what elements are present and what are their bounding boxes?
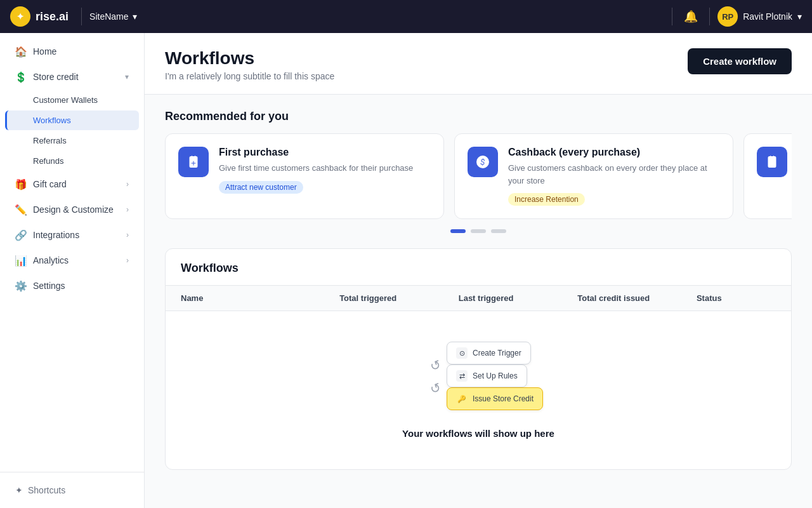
sidebar-item-settings[interactable]: ⚙️ Settings (5, 274, 139, 298)
sidebar-nav: 🏠 Home 💲 Store credit ▾ Customer Wallets… (0, 33, 144, 472)
col-status: Status (697, 293, 776, 303)
carousel-dots (165, 229, 792, 233)
sidebar-item-refunds[interactable]: Refunds (5, 151, 139, 171)
home-icon: 🏠 (15, 46, 27, 57)
card-content-cashback: Cashback (every purchase) Give customers… (508, 147, 720, 206)
integrations-icon: 🔗 (15, 229, 27, 241)
sub-nav-label: Workflows (33, 116, 71, 125)
empty-state: ⊙ Create Trigger ↺ ⇄ Set Up Rules ↺ 🔑 (166, 311, 791, 469)
sidebar-item-gift-card[interactable]: 🎁 Gift card › (5, 172, 139, 196)
chevron-right-icon: › (126, 205, 129, 214)
user-name: Ravit Plotnik (743, 11, 792, 22)
store-credit-icon: 💲 (15, 71, 27, 83)
card-icon-partial (757, 147, 787, 177)
recommended-section-title: Recommended for you (165, 110, 792, 123)
arrow-icon: ↺ (428, 358, 443, 374)
wf-card-credit: 🔑 Issue Store Credit (447, 387, 543, 410)
sidebar-footer: ✦ Shortcuts (0, 472, 144, 508)
layout: 🏠 Home 💲 Store credit ▾ Customer Wallets… (0, 33, 812, 508)
col-name: Name (181, 293, 339, 303)
wf-card-rules: ⇄ Set Up Rules (447, 364, 527, 387)
content-area: Recommended for you First purchase Give … (145, 95, 812, 485)
sidebar-item-referrals[interactable]: Referrals (5, 131, 139, 150)
page-header: Workflows I'm a relatively long subtitle… (145, 33, 812, 95)
notifications-bell-icon[interactable]: 🔔 (680, 6, 702, 27)
chevron-right-icon: › (126, 180, 129, 189)
topbar-divider-2 (709, 8, 710, 25)
shortcuts-label: Shortcuts (28, 485, 65, 495)
user-menu[interactable]: RP Ravit Plotnik ▾ (717, 6, 802, 27)
design-icon: ✏️ (15, 204, 27, 215)
recommended-card-cashback: Cashback (every purchase) Give customers… (454, 133, 733, 219)
sidebar-item-workflows[interactable]: Workflows (5, 110, 139, 130)
recommended-card-partial (743, 133, 792, 219)
arrow-icon-2: ↺ (428, 381, 443, 397)
card-tag: Increase Retention (508, 193, 585, 206)
logo: ✦ rise.ai (10, 6, 69, 27)
avatar: RP (717, 6, 738, 27)
store-credit-submenu: Customer Wallets Workflows Referrals Ref… (0, 90, 144, 171)
chevron-up-icon: ▾ (125, 72, 129, 81)
star-icon: ✦ (15, 485, 23, 495)
chevron-down-icon: ▾ (133, 11, 137, 22)
chevron-down-icon: ▾ (797, 11, 802, 22)
card-description: Give customers cashback on every order t… (508, 162, 720, 187)
wf-card-label: Issue Store Credit (473, 394, 534, 403)
sidebar-item-label: Store credit (33, 72, 119, 82)
page-title: Workflows (165, 48, 334, 69)
credit-icon: 🔑 (456, 393, 468, 404)
sidebar-item-analytics[interactable]: 📊 Analytics › (5, 248, 139, 272)
sub-nav-label: Referrals (33, 136, 67, 145)
sidebar-item-customer-wallets[interactable]: Customer Wallets (5, 90, 139, 110)
site-selector[interactable]: SiteName ▾ (81, 8, 144, 25)
sidebar-item-label: Home (33, 46, 129, 57)
analytics-icon: 📊 (15, 255, 27, 266)
workflows-section: Workflows Name Total triggered Last trig… (165, 248, 792, 470)
sidebar-item-home[interactable]: 🏠 Home (5, 39, 139, 64)
topbar-divider (672, 8, 672, 25)
sub-nav-label: Customer Wallets (33, 95, 98, 105)
wf-card-label: Create Trigger (473, 349, 521, 358)
col-total-triggered: Total triggered (339, 293, 459, 303)
carousel-dot-3[interactable] (491, 229, 506, 233)
card-content-first-purchase: First purchase Give first time customers… (219, 147, 431, 194)
shortcuts-button[interactable]: ✦ Shortcuts (10, 480, 134, 500)
topbar: ✦ rise.ai SiteName ▾ 🔔 RP Ravit Plotnik … (0, 0, 812, 33)
avatar-initials: RP (722, 12, 733, 22)
chevron-right-icon: › (126, 231, 129, 239)
recommended-card-first-purchase: First purchase Give first time customers… (165, 133, 444, 219)
wf-card-trigger: ⊙ Create Trigger (447, 342, 531, 364)
page-title-area: Workflows I'm a relatively long subtitle… (165, 48, 334, 81)
carousel-dot-1[interactable] (450, 229, 466, 233)
col-last-triggered: Last triggered (459, 293, 578, 303)
card-icon-first-purchase (178, 147, 209, 177)
trigger-icon: ⊙ (456, 347, 468, 359)
settings-icon: ⚙️ (15, 280, 27, 291)
card-title: First purchase (219, 147, 431, 158)
gift-card-icon: 🎁 (15, 178, 27, 190)
main-content: Workflows I'm a relatively long subtitle… (145, 33, 812, 508)
create-workflow-button[interactable]: Create workflow (688, 48, 792, 74)
col-total-credit: Total credit issued (577, 293, 697, 303)
sidebar-item-label: Gift card (33, 179, 120, 189)
sidebar-item-label: Settings (33, 281, 129, 291)
logo-text: rise.ai (36, 10, 69, 23)
logo-icon: ✦ (10, 6, 30, 27)
sub-nav-label: Refunds (33, 156, 63, 166)
sidebar-item-label: Design & Customize (33, 204, 120, 215)
carousel-dot-2[interactable] (471, 229, 486, 233)
workflows-section-title: Workflows (181, 262, 776, 275)
workflow-illustration: ⊙ Create Trigger ↺ ⇄ Set Up Rules ↺ 🔑 (415, 342, 542, 418)
wf-card-label: Set Up Rules (473, 371, 518, 380)
workflows-section-header: Workflows (166, 249, 791, 286)
card-tag: Attract new customer (219, 181, 303, 194)
sidebar-item-design-customize[interactable]: ✏️ Design & Customize › (5, 197, 139, 222)
sidebar: 🏠 Home 💲 Store credit ▾ Customer Wallets… (0, 33, 145, 508)
card-description: Give first time customers cashback for t… (219, 162, 431, 175)
sidebar-item-label: Analytics (33, 255, 120, 265)
sidebar-item-integrations[interactable]: 🔗 Integrations › (5, 223, 139, 247)
table-header: Name Total triggered Last triggered Tota… (166, 286, 791, 311)
recommended-cards: First purchase Give first time customers… (165, 133, 792, 219)
rules-icon: ⇄ (456, 370, 468, 382)
sidebar-item-store-credit[interactable]: 💲 Store credit ▾ (5, 65, 139, 89)
